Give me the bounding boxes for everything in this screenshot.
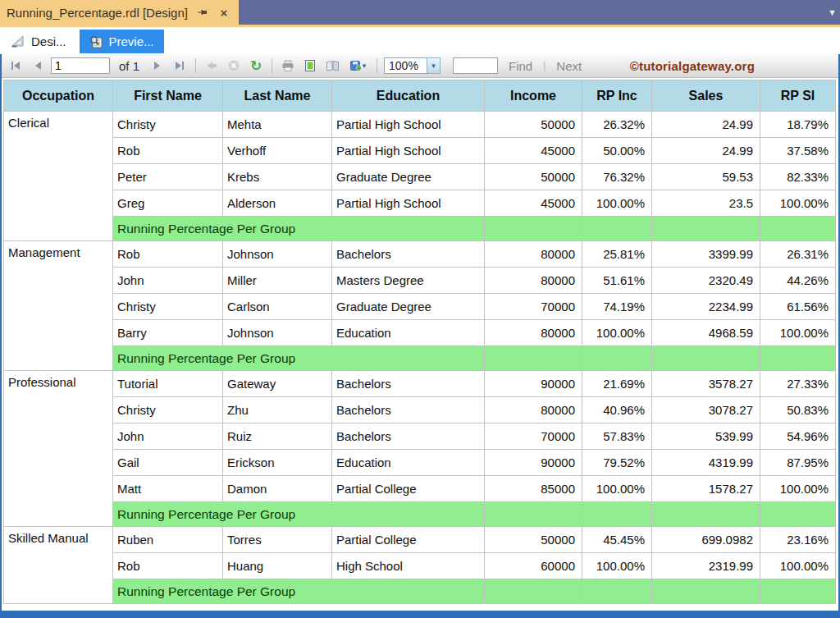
cell-income: 45000 [485,190,582,217]
find-button[interactable]: Find [502,59,539,73]
toolbar-separator [272,58,272,73]
cell-sales: 1578.27 [652,476,760,502]
cell-rp-sl: 18.79% [760,112,836,138]
cell-rp-inc: 100.00% [582,320,652,346]
stop-rendering-button[interactable] [225,57,243,75]
cell-first-name: Rob [113,138,223,164]
cell-rp-inc: 50.00% [582,138,652,164]
zoom-dropdown-button[interactable]: ▾ [427,57,441,74]
document-tab[interactable]: Running_Percentage.rdl [Design] × [0,0,239,25]
toolbar-separator [377,58,377,73]
cell-rp-inc: 21.69% [582,371,652,397]
close-icon[interactable]: × [217,6,231,19]
toolbar-separator [195,58,196,73]
cell-rp-inc: 76.32% [582,164,652,190]
cell-first-name: John [113,423,223,450]
cell-last-name: Mehta [223,112,332,138]
tab-design[interactable]: Desi... [2,30,76,53]
cell-first-name: Matt [113,476,223,502]
header-occupation: Occupation [4,80,113,112]
cell-rp-sl: 27.33% [760,371,836,397]
cell-last-name: Alderson [223,190,332,217]
group-footer-cell [760,579,836,604]
group-footer-cell [652,346,760,371]
cell-first-name: Greg [113,190,223,217]
pin-icon[interactable] [196,6,209,19]
table-row: Christy Zhu Bachelors 80000 40.96% 3078.… [4,397,836,423]
cell-last-name: Zhu [223,397,332,423]
last-page-button[interactable] [171,57,189,75]
cell-income: 85000 [485,476,582,502]
cell-education: Bachelors [332,241,485,268]
cell-education: Partial College [332,476,485,502]
find-next-button[interactable]: Next [550,59,588,73]
header-rp-inc: RP Inc [582,80,652,112]
back-to-parent-button[interactable] [203,57,221,75]
table-row: Christy Carlson Graduate Degree 70000 74… [4,294,836,320]
next-page-button[interactable] [148,57,167,75]
cell-last-name: Damon [223,476,332,502]
find-text-input[interactable] [453,57,498,74]
table-row: Professional Tutorial Gateway Bachelors … [4,371,836,397]
report-viewer: of 1 ↻ ▾ 100% [0,54,840,618]
cell-first-name: John [113,268,223,294]
cell-rp-sl: 82.33% [760,164,836,190]
page-number-input[interactable] [51,57,110,74]
tab-preview[interactable]: Previe... [80,30,164,53]
cell-last-name: Verhoff [223,138,332,164]
cell-last-name: Ruiz [223,423,332,450]
cell-last-name: Johnson [223,320,332,346]
occupation-cell: Skilled Manual [4,527,113,604]
group-footer-cell [485,502,582,527]
table-row: Greg Alderson Partial High School 45000 … [4,190,836,217]
cell-last-name: Gateway [223,371,332,397]
preview-report-icon [89,35,103,48]
cell-education: Partial High School [332,190,485,217]
previous-page-button[interactable] [29,57,47,75]
group-footer-row: Running Percentage Per Group [4,579,836,604]
document-list-dropdown-icon[interactable]: ▼ [828,7,837,17]
cell-education: Partial High School [332,138,485,164]
group-footer-row: Running Percentage Per Group [4,217,836,241]
occupation-cell: Professional [4,371,113,527]
cell-last-name: Erickson [223,450,332,476]
cell-income: 80000 [485,241,582,268]
cell-first-name: Peter [113,164,223,190]
cell-rp-inc: 51.61% [582,268,652,294]
cell-last-name: Torres [223,527,332,553]
table-row: John Miller Masters Degree 80000 51.61% … [4,268,836,294]
print-layout-button[interactable] [301,57,319,75]
cell-sales: 4968.59 [652,320,760,346]
cell-rp-sl: 54.96% [760,423,836,450]
cell-education: Bachelors [332,397,485,423]
cell-rp-sl: 44.26% [760,268,836,294]
table-row: Rob Huang High School 60000 100.00% 2319… [4,553,836,579]
first-page-button[interactable] [7,57,25,75]
page-count-label: of 1 [114,59,144,73]
cell-first-name: Christy [113,112,223,138]
cell-education: High School [332,553,485,579]
export-button[interactable]: ▾ [345,57,370,75]
tab-design-label: Desi... [31,34,66,48]
print-button[interactable] [279,57,297,75]
refresh-button[interactable]: ↻ [247,57,265,75]
group-footer-label: Running Percentage Per Group [113,346,485,371]
cell-first-name: Rob [113,241,223,268]
page-setup-button[interactable] [323,57,341,75]
cell-rp-sl: 100.00% [760,320,836,346]
cell-income: 50000 [485,164,582,190]
zoom-value[interactable]: 100% [384,57,427,74]
group-footer-cell [582,346,652,371]
header-sales: Sales [652,80,760,112]
header-education: Education [332,80,485,112]
group-footer-cell [760,217,836,241]
cell-rp-sl: 37.58% [760,138,836,164]
cell-rp-inc: 57.83% [582,423,652,450]
cell-rp-inc: 40.96% [582,397,652,423]
cell-income: 80000 [485,268,582,294]
cell-rp-sl: 100.00% [760,190,836,217]
designer-subtab-bar: Desi... Previe... [0,27,840,54]
report-table: Occupation First Name Last Name Educatio… [3,80,836,604]
group-footer-row: Running Percentage Per Group [4,502,836,527]
cell-last-name: Carlson [223,294,332,320]
